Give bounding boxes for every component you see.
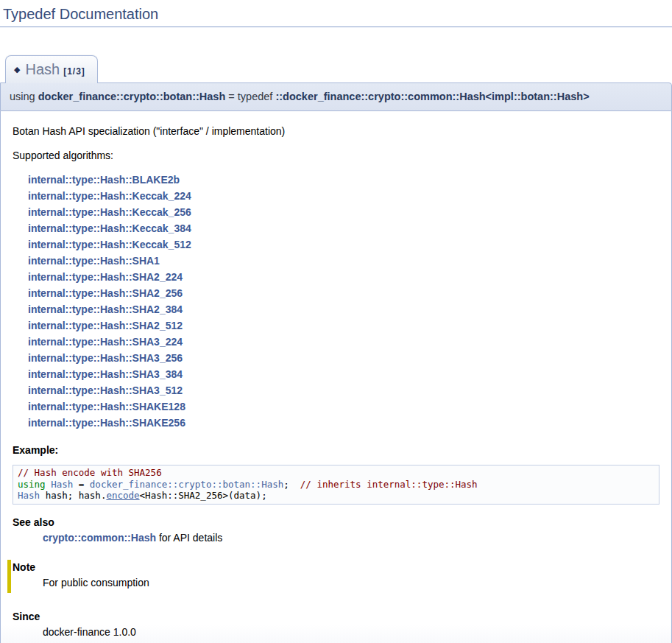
code-hash-link[interactable]: Hash <box>18 490 40 501</box>
note-text: For public consumption <box>43 577 659 588</box>
member-documentation: Botan Hash API specialization ("interfac… <box>0 111 672 643</box>
algorithm-link[interactable]: internal::type::Hash::SHA2_224 <box>28 271 183 283</box>
list-item: internal::type::Hash::SHA2_512 <box>28 317 659 334</box>
list-item: internal::type::Hash::SHA3_512 <box>28 382 659 398</box>
list-item: internal::type::Hash::BLAKE2b <box>28 172 659 188</box>
code-comment: // Hash encode with SHA256 <box>18 467 162 478</box>
algorithm-link[interactable]: internal::type::Hash::SHA2_384 <box>28 303 183 315</box>
note-label: Note <box>13 561 659 573</box>
list-item: internal::type::Hash::SHA2_224 <box>28 269 659 285</box>
algorithm-link[interactable]: internal::type::Hash::SHA3_224 <box>28 336 183 348</box>
member-tab: ◆Hash[1/3] <box>5 55 98 83</box>
since-label: Since <box>13 611 659 622</box>
code-text: = <box>73 479 90 490</box>
see-also-label: See also <box>13 516 659 528</box>
algorithm-link[interactable]: internal::type::Hash::SHA2_256 <box>28 287 183 299</box>
see-also-content: crypto::common::Hash for API details <box>43 532 659 544</box>
list-item: internal::type::Hash::Keccak_256 <box>28 204 659 220</box>
list-item: internal::type::Hash::SHAKE128 <box>28 398 659 415</box>
member-name: Hash <box>25 61 60 77</box>
list-item: internal::type::Hash::SHA2_384 <box>28 301 659 317</box>
code-typedef-link[interactable]: docker_finance::crypto::botan::Hash <box>90 479 283 490</box>
see-also-link[interactable]: crypto::common::Hash <box>43 532 156 544</box>
code-keyword: using <box>18 479 51 490</box>
permalink-diamond-icon[interactable]: ◆ <box>14 65 20 74</box>
algorithm-link[interactable]: internal::type::Hash::SHAKE256 <box>28 417 185 429</box>
algorithm-link[interactable]: internal::type::Hash::Keccak_512 <box>28 239 191 250</box>
code-block: // Hash encode with SHA256 using Hash = … <box>13 465 659 505</box>
list-item: internal::type::Hash::SHA1 <box>28 253 659 269</box>
code-encode-link[interactable]: encode <box>106 490 139 501</box>
list-item: internal::type::Hash::SHA2_256 <box>28 285 659 301</box>
algorithm-link[interactable]: internal::type::Hash::SHA3_384 <box>28 368 183 380</box>
algorithm-list: internal::type::Hash::BLAKE2b internal::… <box>13 172 659 431</box>
code-text: ; <box>283 479 300 490</box>
code-comment: // inherits internal::type::Hash <box>300 479 478 490</box>
see-also-section: See also crypto::common::Hash for API de… <box>13 516 659 544</box>
declaration-equals: = typedef <box>225 91 275 102</box>
member-overload-count: [1/3] <box>63 66 85 77</box>
list-item: internal::type::Hash::Keccak_512 <box>28 236 659 253</box>
typedef-name-link[interactable]: docker_finance::crypto::botan::Hash <box>38 91 226 102</box>
declaration-keyword: using <box>10 91 38 102</box>
member-description: Botan Hash API specialization ("interfac… <box>13 125 659 137</box>
code-line: // Hash encode with SHA256 <box>18 467 654 479</box>
code-line: Hash hash; hash.encode<Hash::SHA2_256>(d… <box>18 490 654 502</box>
typedef-documentation-page: Typedef Documentation ◆Hash[1/3] using d… <box>0 0 672 643</box>
list-item: internal::type::Hash::Keccak_224 <box>28 188 659 204</box>
algorithm-link[interactable]: internal::type::Hash::SHA3_512 <box>28 384 183 396</box>
supported-algorithms-label: Supported algorithms: <box>13 150 659 161</box>
algorithm-link[interactable]: internal::type::Hash::Keccak_224 <box>28 190 191 202</box>
example-label: Example: <box>13 444 659 456</box>
algorithm-link[interactable]: internal::type::Hash::SHA3_256 <box>28 352 183 364</box>
algorithm-link[interactable]: internal::type::Hash::Keccak_256 <box>28 206 191 218</box>
code-line: using Hash = docker_finance::crypto::bot… <box>18 479 654 491</box>
list-item: internal::type::Hash::Keccak_384 <box>28 220 659 236</box>
since-text: docker-finance 1.0.0 <box>43 626 659 638</box>
algorithm-link[interactable]: internal::type::Hash::Keccak_384 <box>28 222 191 234</box>
note-section: Note For public consumption <box>7 560 659 593</box>
list-item: internal::type::Hash::SHA3_384 <box>28 366 659 382</box>
algorithm-link[interactable]: internal::type::Hash::BLAKE2b <box>28 174 180 186</box>
code-text: <Hash::SHA2_256>(data); <box>140 490 267 501</box>
algorithm-link[interactable]: internal::type::Hash::SHA1 <box>28 255 160 267</box>
list-item: internal::type::Hash::SHA3_256 <box>28 350 659 366</box>
list-item: internal::type::Hash::SHA3_224 <box>28 334 659 350</box>
page-title: Typedef Documentation <box>0 6 672 27</box>
member-item: using docker_finance::crypto::botan::Has… <box>0 82 672 643</box>
typedef-target-link[interactable]: ::docker_finance::crypto::common::Hash<i… <box>275 91 589 102</box>
member-declaration: using docker_finance::crypto::botan::Has… <box>0 82 672 111</box>
see-also-suffix: for API details <box>156 532 222 544</box>
since-section: Since docker-finance 1.0.0 <box>13 611 659 638</box>
algorithm-link[interactable]: internal::type::Hash::SHAKE128 <box>28 401 185 412</box>
list-item: internal::type::Hash::SHAKE256 <box>28 415 659 431</box>
code-text: hash; hash. <box>40 490 106 501</box>
algorithm-link[interactable]: internal::type::Hash::SHA2_512 <box>28 320 183 331</box>
code-hash-link[interactable]: Hash <box>51 479 73 490</box>
